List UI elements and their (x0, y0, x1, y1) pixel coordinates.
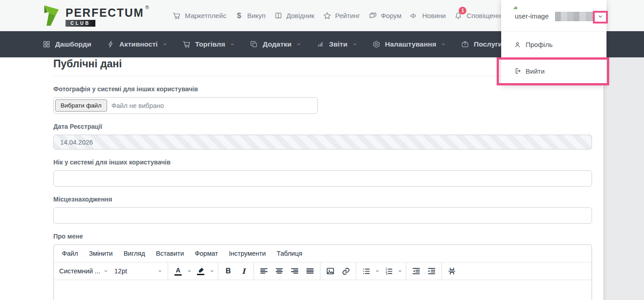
editor-menu-view[interactable]: Вигляд (118, 247, 150, 260)
highlight-color-button[interactable] (193, 264, 208, 278)
topnav-marketplace[interactable]: Маркетплейс (172, 11, 226, 21)
user-menu-item-profile[interactable]: Профіль (501, 32, 606, 57)
choose-file-button[interactable]: Вибрати файл (55, 99, 107, 112)
topnav-label: Сповіщення (466, 12, 504, 19)
editor-menu-edit[interactable]: Змінити (84, 247, 118, 260)
location-group: Місцезнаходження (53, 196, 592, 224)
indent-button[interactable] (424, 264, 439, 278)
editor-menu-format[interactable]: Формат (189, 247, 224, 260)
topnav-label: Новини (422, 12, 446, 19)
editor-content[interactable] (54, 280, 592, 300)
outdent-button[interactable] (409, 264, 424, 278)
forecolor-icon: A (174, 267, 182, 276)
topnav-label: Форум (381, 12, 402, 19)
nav-label: Налаштування (385, 40, 437, 48)
editor-menu-table[interactable]: Таблиця (271, 247, 308, 260)
book-icon (273, 11, 283, 21)
toolbar-group (406, 262, 442, 280)
star-icon (322, 11, 332, 21)
person-icon (514, 41, 521, 48)
speaker-icon (409, 11, 419, 21)
topnav-label: Довідник (287, 12, 315, 19)
logout-icon (514, 67, 521, 75)
nav-dashboards[interactable]: Дашборди (42, 40, 91, 49)
chevron-down-icon (158, 269, 162, 273)
nickname-input[interactable] (53, 170, 592, 187)
align-justify-button[interactable] (302, 264, 318, 278)
numbered-list-button[interactable]: 123 (381, 264, 396, 278)
cart-icon (182, 40, 191, 49)
highlight-color-button-dropdown[interactable] (208, 264, 216, 278)
chart-icon (316, 40, 325, 49)
chevron-down-icon (296, 42, 301, 47)
nav-trade[interactable]: Торгівля (182, 40, 235, 49)
nav-label: Додатки (263, 40, 291, 48)
brand-logo[interactable]: PERFECTUM ® CLUB (42, 5, 150, 28)
registration-date-group: Дата Реєстрації 14.04.2026 (53, 123, 592, 150)
location-input[interactable] (53, 207, 592, 224)
editor-menu-insert[interactable]: Вставити (150, 247, 189, 260)
italic-button[interactable]: I (236, 264, 251, 278)
font-family-select[interactable]: Системний ... (56, 264, 111, 278)
nav-label: Дашборди (55, 40, 91, 48)
nav-activities[interactable]: Активності (106, 40, 167, 49)
topnav-news[interactable]: Новини (409, 11, 446, 21)
align-justify-icon (306, 267, 315, 276)
nav-reports[interactable]: Звіти (316, 40, 357, 49)
indent-icon (427, 267, 436, 276)
topnav-forum[interactable]: Форум (368, 11, 402, 21)
insert-image-button[interactable] (323, 264, 338, 278)
location-label: Місцезнаходження (53, 196, 592, 203)
gear-icon (372, 40, 381, 49)
italic-icon: I (242, 267, 245, 276)
chevron-down-icon (441, 42, 446, 47)
topnav-dovidnyk[interactable]: Довідник (273, 11, 315, 21)
pagebreak-icon (447, 267, 456, 276)
photo-label: Фотографія у системі для інших користува… (53, 85, 592, 93)
copy-icon (249, 40, 259, 49)
topnav-rating[interactable]: Рейтинг (322, 11, 360, 21)
top-nav: Маркетплейс$ВикупДовідникРейтингФорумНов… (172, 0, 550, 31)
page-gutter (603, 57, 644, 300)
registered-mark: ® (146, 5, 150, 10)
topnav-notifications[interactable]: 1Сповіщення (453, 11, 504, 21)
bullet-list-button-dropdown[interactable] (374, 264, 381, 278)
redacted-username (555, 12, 593, 21)
user-menu-label: Профіль (526, 41, 553, 48)
nav-settings[interactable]: Налаштування (372, 40, 446, 49)
font-size-select[interactable]: 12pt (111, 264, 165, 278)
ol-icon: 123 (385, 267, 393, 276)
editor-menu-file[interactable]: Файл (56, 247, 84, 260)
user-menu-item-logout[interactable]: Вийти (501, 57, 606, 84)
nav-label: Звіти (329, 40, 348, 48)
app-window: PERFECTUM ® CLUB Маркетплейс$ВикупДовідн… (0, 0, 644, 300)
nav-label: Активності (119, 40, 158, 48)
align-center-button[interactable] (272, 264, 287, 278)
user-chevron-down-icon[interactable] (597, 13, 603, 21)
about-group: Про мене ФайлЗмінитиВиглядВставитиФормат… (53, 233, 592, 300)
user-menu-toggle[interactable]: user-image (501, 0, 606, 31)
content-area: Публічні дані Фотографія у системі для і… (0, 57, 603, 300)
dollar-icon: $ (234, 11, 244, 21)
photo-file-input[interactable]: Вибрати файл Файл не вибрано (53, 97, 318, 114)
svg-text:3: 3 (385, 272, 387, 275)
pagebreak-button[interactable] (444, 264, 460, 278)
toolbar-group: 123 (356, 262, 406, 280)
topnav-vykup[interactable]: $Викуп (234, 11, 266, 21)
bullet-list-button[interactable] (358, 264, 374, 278)
ul-icon (362, 267, 371, 276)
numbered-list-button-dropdown[interactable] (396, 264, 404, 278)
link-icon (342, 267, 350, 276)
bold-button[interactable]: B (221, 264, 236, 278)
toolbar-group (254, 262, 320, 280)
text-color-button[interactable]: A (170, 264, 186, 278)
insert-link-button[interactable] (338, 264, 353, 278)
nav-addons[interactable]: Додатки (249, 40, 301, 49)
align-right-button[interactable] (287, 264, 302, 278)
editor-menubar: ФайлЗмінитиВиглядВставитиФорматІнструмен… (54, 245, 592, 262)
editor-menu-tools[interactable]: Інструменти (224, 247, 272, 260)
text-color-button-dropdown[interactable] (186, 264, 193, 278)
align-left-button[interactable] (256, 264, 272, 278)
chevron-down-icon (353, 42, 357, 47)
topnav-label: Рейтинг (335, 12, 360, 19)
